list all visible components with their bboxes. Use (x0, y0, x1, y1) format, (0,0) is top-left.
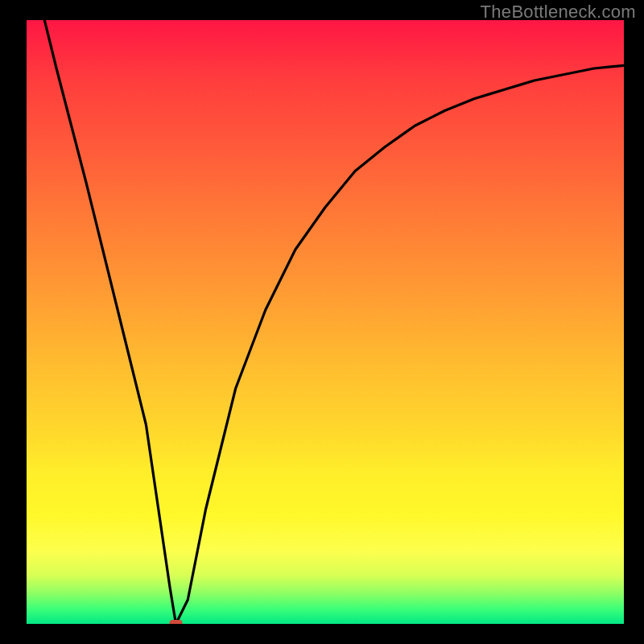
chart-svg (27, 20, 624, 624)
bottleneck-curve (44, 20, 624, 624)
plot-area (27, 20, 624, 624)
chart-stage: TheBottleneck.com (0, 0, 644, 644)
optimum-marker (170, 620, 183, 624)
